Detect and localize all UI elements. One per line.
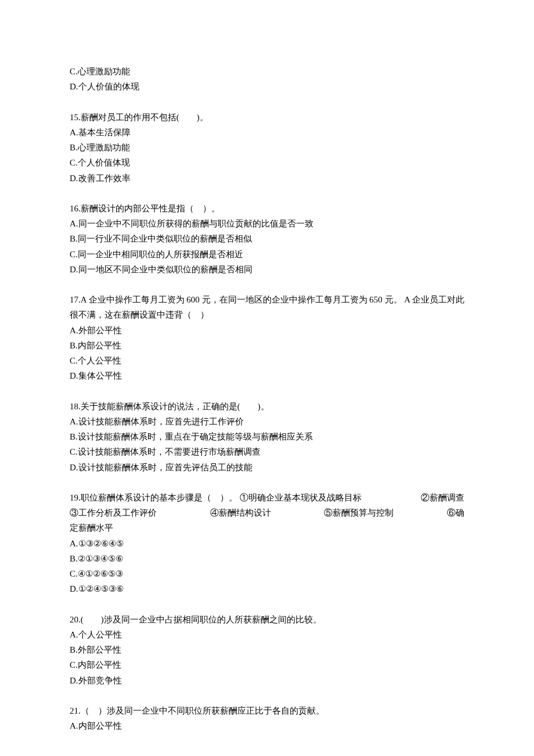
q15-stem: 15.薪酬对员工的作用不包括( )。	[70, 110, 464, 125]
spacer	[70, 186, 464, 201]
q19-option-a: A.①③②⑥④⑤	[70, 536, 464, 551]
q15-option-a: A.基本生活保障	[70, 125, 464, 140]
q19-stem-part3: ③工作分析及工作评价	[70, 505, 157, 520]
q16-option-a: A.同一企业中不同职位所获得的薪酬与职位贡献的比值是否一致	[70, 216, 464, 231]
spacer	[70, 597, 464, 612]
q14-option-d: D.个人价值的体现	[70, 79, 464, 94]
spacer	[70, 95, 464, 110]
q17-stem: 17.A 企业中操作工每月工资为 600 元，在同一地区的企业中操作工每月工资为…	[70, 292, 464, 323]
q19-stem-part1: 19.职位薪酬体系设计的基本步骤是（ ）。 ①明确企业基本现状及战略目标	[70, 490, 362, 505]
q20-option-a: A.个人公平性	[70, 627, 464, 642]
q21-option-a: A.内部公平性	[70, 718, 464, 733]
q21-stem: 21.（ ）涉及同一企业中不同职位所获薪酬应正比于各自的贡献。	[70, 703, 464, 718]
q16-stem: 16.薪酬设计的内部公平性是指（ ）。	[70, 201, 464, 216]
q17-option-d: D.集体公平性	[70, 368, 464, 383]
q20-stem: 20.( )涉及同一企业中占据相同职位的人所获薪酬之间的比较。	[70, 612, 464, 627]
q18-option-b: B.设计技能薪酬体系时，重点在于确定技能等级与薪酬相应关系	[70, 429, 464, 444]
q14-option-c: C.心理激励功能	[70, 64, 464, 79]
question-18: 18.关于技能薪酬体系设计的说法，正确的是( )。 A.设计技能薪酬体系时，应首…	[70, 399, 464, 475]
q19-option-b: B.②①③④⑤⑥	[70, 551, 464, 566]
question-17: 17.A 企业中操作工每月工资为 600 元，在同一地区的企业中操作工每月工资为…	[70, 292, 464, 384]
q19-stem-part2: ②薪酬调查	[421, 490, 464, 505]
q17-option-a: A.外部公平性	[70, 323, 464, 338]
q18-stem: 18.关于技能薪酬体系设计的说法，正确的是( )。	[70, 399, 464, 414]
question-15: 15.薪酬对员工的作用不包括( )。 A.基本生活保障 B.心理激励功能 C.个…	[70, 110, 464, 186]
q20-option-b: B.外部公平性	[70, 642, 464, 657]
q15-option-b: B.心理激励功能	[70, 140, 464, 155]
q15-option-d: D.改善工作效率	[70, 171, 464, 186]
q20-option-c: C.内部公平性	[70, 657, 464, 672]
q18-option-c: C.设计技能薪酬体系时，不需要进行市场薪酬调查	[70, 444, 464, 459]
q16-option-c: C.同一企业中相同职位的人所获报酬是否相近	[70, 247, 464, 262]
q18-option-d: D.设计技能薪酬体系时，应首先评估员工的技能	[70, 460, 464, 475]
q19-stem-part5: ⑤薪酬预算与控制	[324, 505, 394, 520]
q17-option-c: C.个人公平性	[70, 353, 464, 368]
spacer	[70, 384, 464, 399]
question-16: 16.薪酬设计的内部公平性是指（ ）。 A.同一企业中不同职位所获得的薪酬与职位…	[70, 201, 464, 277]
q19-stem-part6: ⑥确	[447, 505, 464, 520]
q20-option-d: D.外部竞争性	[70, 673, 464, 688]
question-19: 19.职位薪酬体系设计的基本步骤是（ ）。 ①明确企业基本现状及战略目标 ②薪酬…	[70, 490, 464, 597]
question-21: 21.（ ）涉及同一企业中不同职位所获薪酬应正比于各自的贡献。 A.内部公平性	[70, 703, 464, 734]
q19-option-d: D.①②④⑤③⑥	[70, 581, 464, 596]
q16-option-d: D.同一地区不同企业中类似职位的薪酬是否相同	[70, 262, 464, 277]
q19-stem-part4: ④薪酬结构设计	[210, 505, 271, 520]
question-14-partial: C.心理激励功能 D.个人价值的体现	[70, 64, 464, 95]
spacer	[70, 475, 464, 490]
q19-option-c: C.④①②⑥⑤③	[70, 566, 464, 581]
q19-stem: 19.职位薪酬体系设计的基本步骤是（ ）。 ①明确企业基本现状及战略目标 ②薪酬…	[70, 490, 464, 536]
q15-option-c: C.个人价值体现	[70, 155, 464, 170]
spacer	[70, 688, 464, 703]
q17-option-b: B.内部公平性	[70, 338, 464, 353]
question-20: 20.( )涉及同一企业中占据相同职位的人所获薪酬之间的比较。 A.个人公平性 …	[70, 612, 464, 688]
q19-stem-part7: 定薪酬水平	[70, 523, 113, 532]
spacer	[70, 277, 464, 292]
q16-option-b: B.同一行业不同企业中类似职位的薪酬是否相似	[70, 231, 464, 246]
q18-option-a: A.设计技能薪酬体系时，应首先进行工作评价	[70, 414, 464, 429]
